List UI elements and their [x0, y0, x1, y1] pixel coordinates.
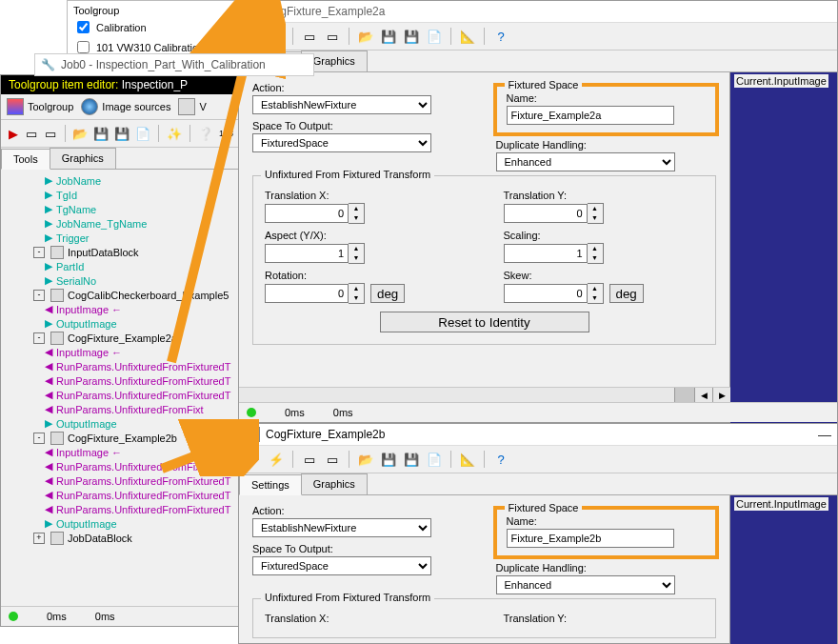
aspect-input[interactable]: ▲▼ — [265, 243, 466, 264]
wand-icon[interactable]: 📐 — [459, 451, 476, 468]
rot-label: Rotation: — [265, 270, 466, 281]
view-icon[interactable]: ▭ — [301, 451, 318, 468]
tree-node[interactable]: ▶OutputImage — [7, 316, 239, 331]
ty-input[interactable]: ▲▼ — [504, 203, 705, 224]
tree-node[interactable]: -CogFixture_Example2a — [7, 331, 239, 345]
action-select[interactable]: EstablishNewFixture — [252, 95, 431, 114]
num-icon[interactable]: 123 — [219, 125, 233, 142]
tool-icon[interactable]: ▭ — [26, 125, 39, 142]
tab-settings[interactable]: Settings — [239, 474, 302, 495]
tree-node[interactable]: -CogFixture_Example2b — [7, 431, 239, 445]
tree-node[interactable]: ◀InputImage ← — [7, 445, 239, 459]
open-icon[interactable]: 📂 — [357, 28, 374, 45]
deg-button[interactable]: deg — [609, 284, 644, 303]
run-icon[interactable]: ▶ — [245, 28, 262, 45]
tool-tree[interactable]: ▶JobName▶TgId▶TgName▶JobName_TgName▶Trig… — [1, 170, 239, 549]
tab-graphics[interactable]: Graphics — [301, 473, 368, 494]
wand-icon[interactable]: 📐 — [459, 28, 476, 45]
dup-label: Duplicate Handling: — [496, 562, 717, 574]
wrench-icon: 🔧 — [41, 58, 55, 71]
tree-node[interactable]: ◀InputImage ← — [7, 345, 239, 359]
fixB-settings: Action: EstablishNewFixture Space To Out… — [239, 495, 729, 644]
tree-node[interactable]: ◀RunParams.UnfixturedFromFixturedT — [7, 488, 239, 502]
dup-select[interactable]: Enhanced — [496, 152, 675, 171]
space-select[interactable]: FixturedSpace — [252, 556, 431, 575]
action-label: Action: — [252, 82, 473, 93]
bolt-icon[interactable]: ⚡ — [268, 28, 285, 45]
action-select[interactable]: EstablishNewFixture — [252, 518, 431, 537]
status-time1: 0ms — [285, 407, 305, 418]
v-button[interactable]: V — [178, 98, 206, 115]
open-icon[interactable]: 📂 — [357, 451, 374, 468]
help-icon[interactable]: ? — [492, 451, 509, 468]
save-icon[interactable]: 💾 — [93, 125, 109, 142]
space-select[interactable]: FixturedSpace — [252, 133, 431, 152]
tree-node[interactable]: -CogCalibCheckerboard_Example5 — [7, 288, 239, 302]
saveas-icon[interactable]: 💾 — [114, 125, 130, 142]
view-icon[interactable]: ▭ — [301, 28, 318, 45]
fixA-image-panel[interactable]: Current.InputImage — [729, 72, 837, 423]
wand-icon[interactable]: ✨ — [167, 125, 182, 142]
tree-node[interactable]: ▶PartId — [7, 259, 239, 273]
tree-node[interactable]: ▶TgId — [7, 188, 239, 202]
tab-graphics[interactable]: Graphics — [50, 148, 116, 169]
view2-icon[interactable]: ▭ — [324, 451, 341, 468]
tree-node[interactable]: -InputDataBlock — [7, 245, 239, 259]
fixB-titlebar: CogFixture_Example2b — — [239, 424, 837, 446]
help-icon[interactable]: ? — [492, 28, 509, 45]
scaling-input[interactable]: ▲▼ — [504, 243, 705, 264]
tree-node[interactable]: ◀RunParams.UnfixturedFromFixturedT — [7, 388, 239, 402]
tree-node[interactable]: ▶Trigger — [7, 231, 239, 245]
run-icon[interactable]: ▶ — [245, 451, 262, 468]
reset-button[interactable]: Reset to Identity — [380, 312, 589, 332]
tree-node[interactable]: ▶JobName — [7, 173, 239, 188]
bolt-icon[interactable]: ⚡ — [268, 451, 285, 468]
deg-button[interactable]: deg — [370, 284, 405, 303]
fixture-name-input[interactable] — [507, 529, 674, 548]
saveas-icon[interactable]: 💾 — [403, 451, 420, 468]
save-icon[interactable]: 💾 — [380, 451, 397, 468]
saveas-icon[interactable]: 💾 — [403, 28, 420, 45]
fixA-settings: Action: EstablishNewFixture Space To Out… — [239, 72, 729, 423]
dup-select[interactable]: Enhanced — [496, 575, 675, 594]
ty-label: Translation Y: — [504, 613, 705, 624]
status-time2: 0ms — [95, 611, 115, 622]
transform-group: Unfixtured From Fixtured Transform Trans… — [252, 175, 716, 345]
script-icon[interactable]: 📄 — [426, 451, 443, 468]
help-icon[interactable]: ❔ — [198, 125, 213, 142]
hscroll[interactable]: ◀▶ — [239, 387, 730, 403]
tree-node[interactable]: ◀RunParams.UnfixturedFromFixturedT — [7, 373, 239, 388]
fixture-name-input[interactable] — [507, 106, 674, 125]
save-icon[interactable]: 💾 — [380, 28, 397, 45]
tree-node[interactable]: ◀RunParams.UnfixturedFromFixturedT — [7, 473, 239, 488]
tree-node[interactable]: ◀RunParams.UnfixturedFromFixturedT — [7, 459, 239, 473]
toolgroup-button[interactable]: Toolgroup — [7, 98, 73, 115]
fixB-image-panel[interactable]: Current.InputImage — [729, 495, 837, 644]
fixA-tabs: Settings Graphics — [239, 50, 837, 72]
calibration-checkbox[interactable]: Calibration — [73, 18, 254, 36]
run-icon[interactable]: ▶ — [7, 125, 20, 142]
script-icon[interactable]: 📄 — [426, 28, 443, 45]
fixA-toolbar: ▶ ⚡ ▭ ▭ 📂 💾 💾 📄 📐 ? — [239, 23, 837, 50]
skew-input[interactable]: ▲▼deg — [504, 283, 705, 304]
minimize-icon[interactable]: — — [818, 427, 831, 442]
tree-node[interactable]: ▶OutputImage — [7, 516, 239, 531]
open-icon[interactable]: 📂 — [72, 125, 88, 142]
image-sources-button[interactable]: Image sources — [81, 98, 170, 115]
tree-node[interactable]: ◀InputImage ← — [7, 302, 239, 316]
aspect-label: Aspect (Y/X): — [265, 230, 466, 241]
tree-node[interactable]: ◀RunParams.UnfixturedFromFixturedT — [7, 502, 239, 516]
tree-node[interactable]: ▶JobName_TgName — [7, 216, 239, 231]
tree-node[interactable]: +JobDataBlock — [7, 531, 239, 545]
rot-input[interactable]: ▲▼deg — [265, 283, 466, 304]
tree-node[interactable]: ◀RunParams.UnfixturedFromFixt — [7, 402, 239, 416]
tree-node[interactable]: ▶TgName — [7, 202, 239, 216]
script-icon[interactable]: 📄 — [135, 125, 150, 142]
tree-node[interactable]: ▶SerialNo — [7, 273, 239, 288]
tree-node[interactable]: ◀RunParams.UnfixturedFromFixturedT — [7, 359, 239, 373]
tree-node[interactable]: ▶OutputImage — [7, 416, 239, 431]
tool-icon2[interactable]: ▭ — [44, 125, 57, 142]
tab-tools[interactable]: Tools — [1, 149, 50, 170]
tx-input[interactable]: ▲▼ — [265, 203, 466, 224]
view2-icon[interactable]: ▭ — [324, 28, 341, 45]
